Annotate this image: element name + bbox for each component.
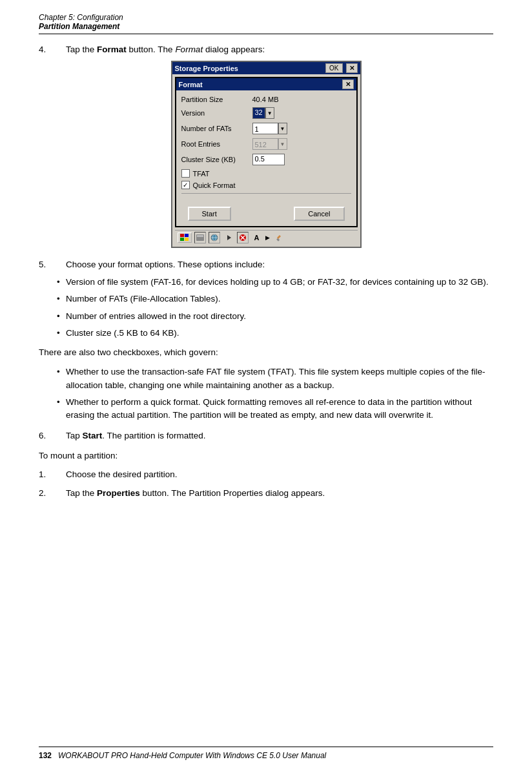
step-4-number: 4.	[39, 45, 66, 54]
num-fats-dropdown[interactable]: 1 ▼	[252, 123, 287, 134]
dialog-body: Partition Size 40.4 MB Version 32 ▼	[176, 90, 356, 226]
checkbox-bullet-1: Whether to use the transaction-safe FAT …	[39, 366, 493, 392]
keyboard-letter: A	[254, 234, 260, 242]
step-4-bold: Format	[97, 45, 127, 54]
step-5-bullets: Version of file system (FAT-16, for devi…	[39, 276, 493, 340]
checkbox-bullet-2: Whether to perform a quick format. Quick…	[39, 396, 493, 422]
mount-step-1-block: 1. Choose the desired partition.	[39, 469, 493, 479]
mount-step-2-after: button. The Partition Properties dialog …	[140, 488, 325, 498]
mount-step-2-number: 2.	[39, 488, 66, 498]
step-4-text-before: Tap the	[66, 45, 97, 54]
partition-size-row: Partition Size 40.4 MB	[181, 96, 351, 103]
num-fats-label: Number of FATs	[181, 125, 252, 132]
page-footer: 132 WORKABOUT PRO Hand-Held Computer Wit…	[39, 747, 493, 760]
chapter-line: Chapter 5: Configuration	[39, 13, 493, 22]
root-entries-dropdown: 512 ▼	[252, 138, 287, 150]
svg-rect-0	[180, 234, 184, 237]
stop-icon[interactable]	[237, 232, 249, 243]
inner-titlebar: Format ✕	[176, 78, 356, 90]
outer-titlebar-buttons: OK ✕	[325, 63, 357, 73]
quick-format-label: Quick Format	[193, 181, 236, 189]
arrow-right-icon: ▶	[265, 234, 270, 241]
step-6-text: Tap Start. The partition is formatted.	[66, 431, 493, 440]
dialog-separator	[181, 193, 351, 194]
version-arrow[interactable]: ▼	[265, 107, 274, 119]
cluster-size-row: Cluster Size (KB) 0.5	[181, 154, 351, 165]
page-container: Chapter 5: Configuration Partition Manag…	[0, 0, 532, 773]
step-6-number: 6.	[39, 431, 66, 440]
mount-step-1-line: 1. Choose the desired partition.	[39, 469, 493, 479]
bullet-4: Cluster size (.5 KB to 64 KB).	[39, 327, 493, 340]
partition-size-label: Partition Size	[181, 96, 252, 103]
root-entries-row: Root Entries 512 ▼	[181, 138, 351, 150]
chapter-header: Chapter 5: Configuration Partition Manag…	[39, 13, 493, 31]
storage-icon[interactable]	[194, 232, 206, 243]
checkboxes-bullets: Whether to use the transaction-safe FAT …	[39, 366, 493, 422]
num-fats-arrow[interactable]: ▼	[278, 123, 287, 134]
section-line: Partition Management	[39, 22, 493, 31]
page-number: 132	[39, 751, 52, 760]
start-button[interactable]: Start	[188, 207, 231, 221]
mount-step-2-bold: Properties	[97, 488, 140, 498]
globe-svg-icon	[210, 234, 218, 242]
format-dialog: Format ✕ Partition Size 40.4 MB Version	[175, 77, 358, 227]
outer-titlebar: Storage Properties OK ✕	[172, 62, 360, 74]
step-4-text-end: dialog appears:	[203, 45, 265, 54]
svg-rect-2	[180, 238, 184, 241]
mount-intro-text: To mount a partition:	[39, 451, 118, 460]
quick-format-checkbox[interactable]	[181, 181, 190, 189]
bullet-2: Number of FATs (File-Allocation Tables).	[39, 293, 493, 305]
step-4-line: 4. Tap the Format button. The Format dia…	[39, 45, 493, 54]
root-entries-label: Root Entries	[181, 140, 252, 148]
storage-svg-icon	[196, 234, 204, 241]
svg-rect-5	[197, 235, 203, 237]
version-dropdown[interactable]: 32 ▼	[252, 107, 274, 119]
step-6-before: Tap	[66, 431, 83, 440]
outer-close-button[interactable]: ✕	[346, 63, 358, 73]
checkboxes-intro: There are also two checkboxes, which gov…	[39, 346, 493, 359]
ok-button[interactable]: OK	[325, 63, 342, 73]
step-4-text: Tap the Format button. The Format dialog…	[66, 45, 493, 54]
cancel-button[interactable]: Cancel	[294, 207, 344, 221]
pen-svg-icon	[274, 234, 282, 242]
svg-rect-1	[185, 234, 189, 237]
dialog-taskbar: A ▶	[175, 230, 358, 244]
dialog-container: Storage Properties OK ✕ Format ✕	[39, 61, 493, 248]
button-row: Start Cancel	[181, 204, 351, 222]
nav-svg-icon	[225, 234, 232, 241]
mount-step-1-number: 1.	[39, 469, 66, 479]
partition-size-value: 40.4 MB	[252, 96, 279, 103]
spacer	[181, 198, 351, 204]
version-label: Version	[181, 109, 252, 117]
inner-close-button[interactable]: ✕	[342, 79, 354, 89]
mount-step-2-before: Tap the	[66, 488, 97, 498]
mount-step-1-text: Choose the desired partition.	[66, 469, 493, 479]
cluster-size-value: 0.5	[252, 154, 285, 165]
version-row: Version 32 ▼	[181, 107, 351, 119]
step-5-text: Choose your format options. These option…	[66, 260, 493, 269]
start-menu-button[interactable]	[178, 232, 192, 243]
windows-flag-icon	[180, 234, 189, 242]
cluster-size-label: Cluster Size (KB)	[181, 156, 252, 163]
step-5-line: 5. Choose your format options. These opt…	[39, 260, 493, 269]
root-entries-value: 512	[252, 138, 278, 150]
keyboard-icon: A	[251, 232, 263, 243]
step-6-after: . The partition is formatted.	[102, 431, 205, 440]
step-5-block: 5. Choose your format options. These opt…	[39, 260, 493, 422]
step-6-bold: Start	[83, 431, 103, 440]
svg-marker-9	[227, 235, 231, 240]
inner-title-text: Format	[179, 81, 203, 88]
step-6-line: 6. Tap Start. The partition is formatted…	[39, 431, 493, 440]
svg-rect-3	[185, 238, 189, 241]
globe-icon[interactable]	[209, 232, 220, 243]
step-4-block: 4. Tap the Format button. The Format dia…	[39, 45, 493, 248]
step-4-text-after: button. The	[127, 45, 176, 54]
bullet-3: Number of entries allowed in the root di…	[39, 310, 493, 323]
footer-text: WORKABOUT PRO Hand-Held Computer With Wi…	[58, 751, 326, 760]
quick-format-checkbox-row: Quick Format	[181, 181, 351, 189]
pen-icon	[272, 232, 284, 243]
num-fats-row: Number of FATs 1 ▼	[181, 123, 351, 134]
tfat-label: TFAT	[193, 170, 210, 178]
tfat-checkbox[interactable]	[181, 169, 190, 178]
version-value: 32	[252, 107, 265, 119]
